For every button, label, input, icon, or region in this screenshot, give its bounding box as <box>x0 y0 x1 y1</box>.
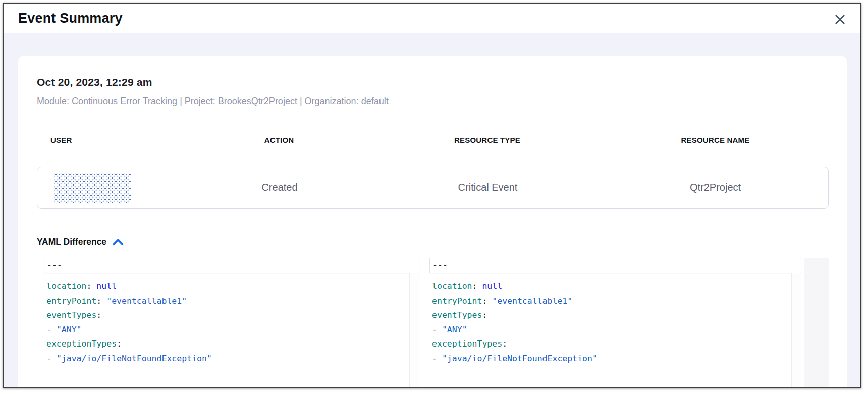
modal-body: Oct 20, 2023, 12:29 am Module: Continuou… <box>4 33 860 387</box>
yaml-first-line-box: --- <box>429 258 801 273</box>
redacted-user-pattern <box>54 173 131 203</box>
yaml-difference-header: YAML Difference <box>37 237 829 248</box>
yaml-code-body: location: nullentryPoint: "eventcallable… <box>44 273 419 366</box>
table-row: Created Critical Event Qtr2Project <box>37 167 829 209</box>
chevron-up-icon <box>113 238 124 246</box>
yaml-code-line: exceptionTypes: <box>46 337 419 352</box>
resource-type-cell: Critical Event <box>373 182 603 193</box>
event-meta-line: Module: Continuous Error Tracking | Proj… <box>37 96 829 107</box>
modal-header: Event Summary <box>4 4 860 33</box>
user-cell <box>37 173 186 203</box>
event-card: Oct 20, 2023, 12:29 am Module: Continuou… <box>18 56 847 387</box>
collapse-toggle-button[interactable] <box>113 238 124 246</box>
audit-table-header: USER ACTION RESOURCE TYPE RESOURCE NAME <box>37 136 829 144</box>
audit-table: USER ACTION RESOURCE TYPE RESOURCE NAME … <box>37 136 829 209</box>
close-button[interactable] <box>833 12 847 26</box>
yaml-code-line: --- <box>432 258 448 273</box>
event-timestamp: Oct 20, 2023, 12:29 am <box>37 76 829 88</box>
yaml-code-line: eventTypes: <box>432 308 801 323</box>
yaml-code-line: - "ANY" <box>432 323 801 337</box>
yaml-code-line: exceptionTypes: <box>432 337 801 352</box>
yaml-code-line: - "java/io/FileNotFoundException" <box>46 352 419 366</box>
screenshot-stage: Event Summary Oct 20, 2023, 12:29 am Mod… <box>0 0 868 394</box>
yaml-difference-label: YAML Difference <box>37 237 106 248</box>
yaml-code-line: - "ANY" <box>46 323 419 337</box>
diff-outer-scroll-strip[interactable] <box>804 258 829 387</box>
yaml-code-line: eventTypes: <box>46 308 419 323</box>
yaml-code-line: entryPoint: "eventcallable1" <box>46 294 419 309</box>
yaml-pane-left[interactable]: ---location: nullentryPoint: "eventcalla… <box>44 258 419 387</box>
action-cell: Created <box>186 182 373 193</box>
yaml-pane-right[interactable]: ---location: nullentryPoint: "eventcalla… <box>429 258 801 387</box>
yaml-code-body: location: nullentryPoint: "eventcallable… <box>429 273 801 366</box>
event-summary-modal: Event Summary Oct 20, 2023, 12:29 am Mod… <box>3 3 861 388</box>
column-header-resource-type: RESOURCE TYPE <box>372 136 602 144</box>
yaml-code-line: entryPoint: "eventcallable1" <box>432 294 801 309</box>
close-icon <box>834 14 846 25</box>
right-pane-scrollbar[interactable] <box>791 273 801 387</box>
left-pane-scrollbar[interactable] <box>409 273 419 387</box>
column-header-action: ACTION <box>186 136 372 144</box>
yaml-code-line: location: null <box>46 279 419 294</box>
column-header-user: USER <box>37 136 186 144</box>
pane-divider <box>419 258 429 387</box>
yaml-code-line: --- <box>47 258 62 273</box>
resource-name-cell: Qtr2Project <box>603 182 828 193</box>
yaml-code-line: - "java/io/FileNotFoundException" <box>432 352 801 366</box>
yaml-first-line-box: --- <box>44 258 419 273</box>
column-header-resource-name: RESOURCE NAME <box>602 136 829 144</box>
yaml-code-line: location: null <box>432 279 801 294</box>
yaml-diff-view: ---location: nullentryPoint: "eventcalla… <box>44 258 829 387</box>
modal-title: Event Summary <box>18 11 123 26</box>
